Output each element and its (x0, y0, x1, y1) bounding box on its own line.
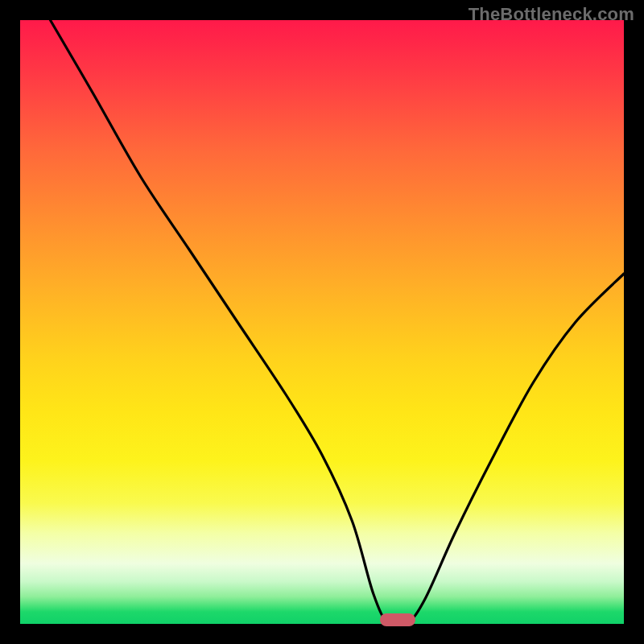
bottleneck-curve (20, 20, 624, 624)
chart-frame: TheBottleneck.com (0, 0, 644, 644)
watermark-text: TheBottleneck.com (469, 4, 634, 25)
optimal-marker (380, 613, 415, 626)
